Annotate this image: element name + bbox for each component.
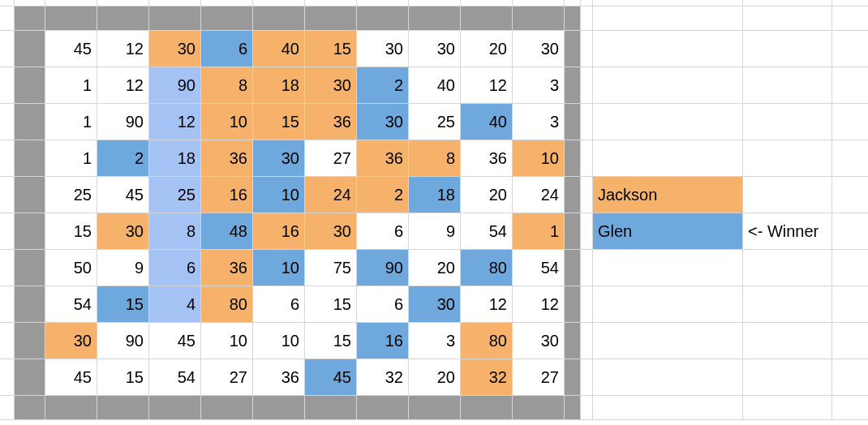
cell[interactable] [149, 6, 201, 31]
grid-cell[interactable]: 36 [201, 140, 253, 177]
grid-cell[interactable]: 16 [253, 213, 305, 250]
cell[interactable] [593, 250, 743, 286]
grid-cell[interactable]: 20 [461, 31, 513, 67]
grid-cell[interactable]: 30 [409, 31, 461, 67]
cell[interactable] [743, 0, 832, 6]
cell[interactable] [0, 396, 15, 420]
grid-cell[interactable]: 20 [409, 359, 461, 396]
cell[interactable] [409, 6, 461, 31]
cell[interactable] [565, 359, 581, 396]
grid-cell[interactable]: 50 [45, 250, 97, 286]
grid-cell[interactable]: 48 [201, 213, 253, 250]
cell[interactable] [593, 140, 743, 177]
grid-cell[interactable]: 80 [201, 286, 253, 323]
grid-cell[interactable]: 2 [357, 67, 409, 104]
cell[interactable] [15, 213, 45, 250]
cell[interactable] [581, 396, 593, 420]
cell[interactable] [581, 213, 593, 250]
cell[interactable] [201, 396, 253, 420]
cell[interactable] [253, 0, 305, 6]
cell[interactable] [581, 359, 593, 396]
cell[interactable] [832, 177, 868, 213]
cell[interactable] [513, 0, 565, 6]
grid-cell[interactable]: 24 [305, 177, 357, 213]
cell[interactable] [409, 396, 461, 420]
cell[interactable] [565, 140, 581, 177]
cell[interactable] [0, 140, 15, 177]
cell[interactable] [832, 396, 868, 420]
cell[interactable] [15, 140, 45, 177]
cell[interactable] [461, 396, 513, 420]
cell[interactable] [15, 0, 45, 6]
cell[interactable] [45, 6, 97, 31]
cell[interactable] [743, 31, 832, 67]
spreadsheet-grid[interactable]: 4512306401530302030112908183024012319012… [0, 0, 868, 425]
cell[interactable] [201, 6, 253, 31]
grid-cell[interactable]: 30 [97, 213, 149, 250]
grid-cell[interactable]: 10 [513, 140, 565, 177]
cell[interactable] [743, 6, 832, 31]
cell[interactable] [253, 6, 305, 31]
grid-cell[interactable]: 30 [149, 31, 201, 67]
grid-cell[interactable]: 1 [513, 213, 565, 250]
cell[interactable] [15, 359, 45, 396]
cell[interactable] [0, 323, 15, 359]
cell[interactable] [743, 286, 832, 323]
grid-cell[interactable]: 25 [149, 177, 201, 213]
cell[interactable] [409, 0, 461, 6]
cell[interactable] [832, 67, 868, 104]
grid-cell[interactable]: 30 [357, 104, 409, 140]
cell[interactable] [593, 0, 743, 6]
grid-cell[interactable]: 30 [253, 140, 305, 177]
grid-cell[interactable]: 30 [513, 323, 565, 359]
cell[interactable] [832, 359, 868, 396]
grid-cell[interactable]: 90 [97, 104, 149, 140]
grid-cell[interactable]: 24 [513, 177, 565, 213]
grid-cell[interactable]: 10 [253, 323, 305, 359]
cell[interactable] [593, 286, 743, 323]
cell[interactable] [305, 6, 357, 31]
cell[interactable] [565, 286, 581, 323]
cell[interactable] [45, 396, 97, 420]
grid-cell[interactable]: 12 [461, 67, 513, 104]
grid-cell[interactable]: 4 [149, 286, 201, 323]
grid-cell[interactable]: 40 [409, 67, 461, 104]
grid-cell[interactable]: 1 [45, 104, 97, 140]
grid-cell[interactable]: 36 [201, 250, 253, 286]
cell[interactable] [593, 67, 743, 104]
grid-cell[interactable]: 12 [97, 67, 149, 104]
grid-cell[interactable]: 25 [45, 177, 97, 213]
grid-cell[interactable]: 6 [357, 213, 409, 250]
grid-cell[interactable]: 54 [461, 213, 513, 250]
cell[interactable] [565, 323, 581, 359]
cell[interactable] [0, 177, 15, 213]
cell[interactable] [0, 0, 15, 6]
grid-cell[interactable]: 45 [305, 359, 357, 396]
cell[interactable] [15, 67, 45, 104]
cell[interactable] [461, 6, 513, 31]
grid-cell[interactable]: 27 [201, 359, 253, 396]
cell[interactable] [832, 323, 868, 359]
grid-cell[interactable]: 6 [149, 250, 201, 286]
grid-cell[interactable]: 12 [513, 286, 565, 323]
grid-cell[interactable]: 15 [253, 104, 305, 140]
cell[interactable] [305, 396, 357, 420]
grid-cell[interactable]: 20 [409, 250, 461, 286]
cell[interactable] [565, 177, 581, 213]
grid-cell[interactable]: 6 [201, 31, 253, 67]
grid-cell[interactable]: 15 [97, 359, 149, 396]
grid-cell[interactable]: 18 [149, 140, 201, 177]
cell[interactable] [201, 0, 253, 6]
cell[interactable] [832, 104, 868, 140]
cell[interactable] [832, 0, 868, 6]
cell[interactable] [565, 213, 581, 250]
cell[interactable] [832, 140, 868, 177]
grid-cell[interactable]: 30 [45, 323, 97, 359]
grid-cell[interactable]: 15 [305, 31, 357, 67]
cell[interactable] [581, 250, 593, 286]
cell[interactable] [593, 6, 743, 31]
cell[interactable] [513, 396, 565, 420]
grid-cell[interactable]: 8 [201, 67, 253, 104]
cell[interactable] [0, 286, 15, 323]
cell[interactable] [581, 286, 593, 323]
